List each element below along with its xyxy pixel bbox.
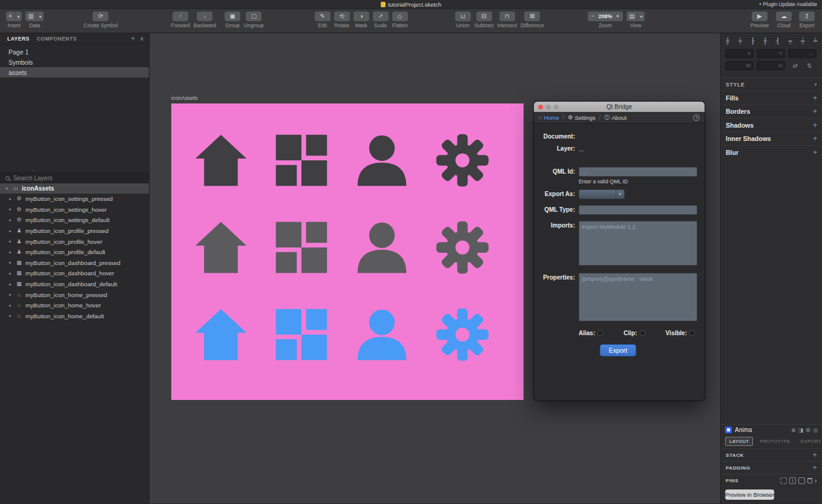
layer-group-iconassets[interactable]: ▾ ▭ iconAssets	[0, 183, 149, 194]
page-item[interactable]: Page 1	[0, 47, 149, 57]
dashboard-icon[interactable]	[272, 131, 330, 189]
flatten-button[interactable]: ◇ Flatten	[392, 11, 408, 28]
disclosure-right-icon[interactable]: ▸	[8, 292, 13, 297]
layer-row[interactable]: ▸⌂myButton_icon_home_default	[0, 311, 149, 322]
help-icon[interactable]: ?	[693, 114, 700, 121]
tab-prototype[interactable]: PROTOTYPE	[756, 437, 794, 445]
disclosure-right-icon[interactable]: ▸	[8, 218, 13, 223]
subtract-button[interactable]: ⊟ Subtract	[475, 11, 494, 28]
collapse-icon[interactable]: ∧	[140, 35, 144, 42]
tab-layers[interactable]: LAYERS	[7, 36, 30, 42]
settings-icon[interactable]	[433, 131, 492, 189]
flip-vertical-icon[interactable]: ⇅	[807, 62, 812, 69]
page-item[interactable]: Symbols	[0, 57, 149, 67]
add-blur-icon[interactable]: +	[813, 148, 817, 157]
align-top-icon[interactable]: ┯	[789, 38, 792, 44]
home-icon[interactable]	[192, 218, 250, 277]
qt-bridge-titlebar[interactable]: Qt Bridge	[534, 102, 705, 112]
layer-row[interactable]: ▸▦myButton_icon_dashboard_pressed	[0, 258, 149, 269]
insert-button[interactable]: +▾ Insert	[6, 11, 22, 28]
trash-icon[interactable]	[807, 478, 812, 483]
y-input[interactable]: Y	[757, 49, 785, 58]
layer-row[interactable]: ▸♟myButton_icon_profile_default	[0, 247, 149, 258]
visible-checkbox[interactable]	[689, 330, 695, 336]
align-middle-icon[interactable]: ┿	[801, 38, 804, 44]
add-padding-icon[interactable]: +	[812, 463, 817, 472]
layer-row[interactable]: ▸⌂myButton_icon_home_pressed	[0, 289, 149, 300]
home-icon[interactable]	[192, 306, 250, 364]
export-toolbar-button[interactable]: ↥ Export	[799, 11, 815, 28]
qml-type-input[interactable]	[579, 205, 697, 215]
alias-checkbox[interactable]	[597, 330, 603, 336]
preview-in-browser-button[interactable]: Preview in Browser	[725, 489, 774, 500]
zoom-control[interactable]: − 208% + Zoom	[588, 11, 623, 28]
intersect-button[interactable]: ⊓ Intersect	[497, 11, 517, 28]
anima-settings-icon[interactable]: ⚙	[806, 427, 810, 433]
distribute-vertical-icon[interactable]: ╪	[738, 38, 742, 44]
add-page-icon[interactable]: +	[131, 35, 135, 42]
preview-button[interactable]: ▶ Preview	[751, 11, 769, 28]
profile-icon[interactable]	[353, 218, 411, 277]
disclosure-right-icon[interactable]: ▸	[8, 239, 13, 244]
blur-section[interactable]: Blur+	[721, 145, 822, 159]
forward-button[interactable]: ↑ Forward	[171, 11, 190, 28]
layer-row[interactable]: ▸⚙myButton_icon_settings_hover	[0, 205, 149, 215]
pin-horizontal-icon[interactable]	[798, 477, 805, 484]
pin-frame-icon[interactable]	[780, 477, 787, 484]
padding-section[interactable]: PADDING+	[721, 461, 822, 474]
properties-textarea[interactable]	[579, 273, 697, 321]
rotation-input[interactable]: ∟	[788, 49, 817, 58]
profile-icon[interactable]	[353, 131, 411, 189]
zoom-in-button[interactable]: +	[613, 13, 622, 19]
disclosure-right-icon[interactable]: ▸	[8, 260, 13, 265]
add-inner-shadow-icon[interactable]: +	[813, 134, 817, 143]
dashboard-icon[interactable]	[272, 218, 330, 277]
maximize-button[interactable]	[554, 105, 559, 110]
artboard-iconassets[interactable]	[171, 103, 524, 400]
scale-button[interactable]: ↗ Scale	[373, 11, 389, 28]
layer-row[interactable]: ▸▦myButton_icon_dashboard_default	[0, 279, 149, 290]
dashboard-icon[interactable]	[272, 306, 330, 364]
fills-section[interactable]: Fills+	[721, 91, 822, 105]
anima-panel-icon[interactable]: ◨	[798, 427, 804, 433]
add-fill-icon[interactable]: +	[813, 94, 817, 102]
difference-button[interactable]: ⊠ Difference	[521, 11, 544, 28]
data-button[interactable]: ▥▾ Data	[25, 11, 44, 28]
disclosure-right-icon[interactable]: ▸	[8, 250, 13, 255]
tab-export[interactable]: EXPORT	[797, 437, 822, 445]
search-layers[interactable]	[0, 172, 149, 183]
anima-help-icon[interactable]: ◎	[813, 427, 818, 433]
add-border-icon[interactable]: +	[813, 107, 817, 116]
canvas[interactable]: iconAssets	[150, 33, 720, 503]
layer-row[interactable]: ▸▦myButton_icon_dashboard_hover	[0, 268, 149, 279]
add-stack-icon[interactable]: +	[812, 451, 817, 459]
width-input[interactable]: W	[725, 61, 754, 70]
height-input[interactable]: H	[757, 61, 785, 70]
profile-icon[interactable]	[353, 306, 411, 364]
layer-row[interactable]: ▸⌂myButton_icon_home_hover	[0, 300, 149, 311]
borders-section[interactable]: Borders+	[721, 105, 822, 119]
disclosure-right-icon[interactable]: ▸	[8, 197, 13, 201]
qml-id-input[interactable]	[579, 167, 697, 177]
flip-horizontal-icon[interactable]: ⇄	[793, 62, 798, 69]
edit-button[interactable]: ✎ Edit	[315, 11, 330, 28]
distribute-horizontal-icon[interactable]: ╫	[726, 38, 729, 44]
close-button[interactable]	[538, 105, 543, 110]
disclosure-down-icon[interactable]: ▾	[4, 186, 9, 191]
disclosure-right-icon[interactable]: ▸	[8, 303, 13, 308]
create-symbol-button[interactable]: ⟳ Create Symbol	[84, 11, 117, 28]
group-button[interactable]: ▣ Group	[225, 11, 240, 28]
disclosure-right-icon[interactable]: ▸	[8, 282, 13, 287]
export-button[interactable]: Export	[600, 344, 636, 356]
align-bottom-icon[interactable]: ┷	[814, 38, 817, 44]
artboard-label[interactable]: iconAssets	[171, 95, 198, 101]
stack-section[interactable]: STACK+	[721, 448, 822, 461]
pins-section[interactable]: PINS ›	[721, 474, 822, 486]
cloud-button[interactable]: ☁ Cloud	[776, 11, 792, 28]
anima-detach-icon[interactable]: ⊗	[791, 427, 796, 433]
union-button[interactable]: ⊔ Union	[455, 11, 471, 28]
tab-settings[interactable]: ⚙Settings	[568, 114, 595, 121]
align-left-icon[interactable]: ┠	[751, 38, 754, 44]
clip-checkbox[interactable]	[640, 330, 645, 336]
backward-button[interactable]: ↓ Backward	[194, 11, 216, 28]
